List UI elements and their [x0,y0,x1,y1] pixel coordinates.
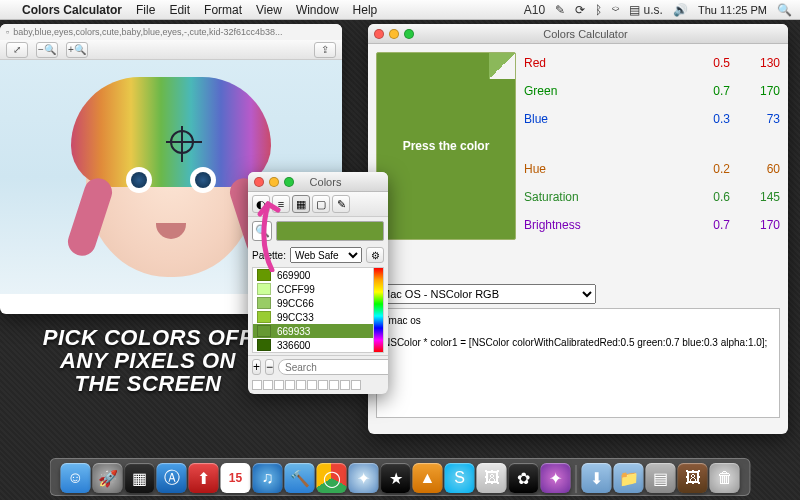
component-float: 0.2 [680,162,730,176]
doc-filename: baby,blue,eyes,colors,cute,baby,blue,eye… [13,27,282,37]
swatch-row[interactable]: 99CC66 [253,296,373,310]
dock-app-chrome[interactable]: ◯ [317,463,347,493]
dock-app-safari[interactable]: ✦ [349,463,379,493]
component-label: Saturation [524,190,680,204]
zoom-in-button[interactable]: +🔍 [66,42,88,58]
menu-window[interactable]: Window [296,3,339,17]
palette-gear-button[interactable]: ⚙ [366,247,384,263]
color-wells [248,378,388,394]
dock-app-calendar[interactable]: 15 [221,463,251,493]
dock-app-documents[interactable]: 📁 [614,463,644,493]
color-well[interactable] [296,380,306,390]
swatch-hex: 336600 [277,340,310,351]
tab-palettes[interactable]: ▦ [292,195,310,213]
current-color-swatch[interactable] [276,221,384,241]
dock-app-finder[interactable]: ☺ [61,463,91,493]
color-well[interactable] [252,380,262,390]
spotlight-icon[interactable]: 🔍 [777,3,792,17]
dock-app-downloads[interactable]: ⬇ [582,463,612,493]
share-button[interactable]: ⇪ [314,42,336,58]
tab-wheel[interactable]: ◐ [252,195,270,213]
app-menu[interactable]: Colors Calculator [22,3,122,17]
component-float: 0.3 [680,112,730,126]
component-float: 0.6 [680,190,730,204]
dock-app-stack-img[interactable]: 🖼 [678,463,708,493]
dock-app-xcode[interactable]: 🔨 [285,463,315,493]
zoom-out-button[interactable]: −🔍 [36,42,58,58]
menu-edit[interactable]: Edit [169,3,190,17]
close-button[interactable] [254,177,264,187]
color-well[interactable] [351,380,361,390]
swatch-hex: CCFF99 [277,284,315,295]
component-int: 145 [730,190,780,204]
code-format-select[interactable]: Mac OS - NSColor RGB [376,284,596,304]
swatch-row[interactable]: CCFF99 [253,282,373,296]
swatch-hex: 99CC66 [277,298,314,309]
component-int: 73 [730,112,780,126]
dock-app-vlc[interactable]: ▲ [413,463,443,493]
swatch-icon [257,339,271,351]
airport-menulet[interactable]: ⌔ [612,3,619,17]
bluetooth-menulet[interactable]: ᛒ [595,3,602,17]
remove-swatch-button[interactable]: − [265,359,274,375]
color-well[interactable] [318,380,328,390]
tab-image[interactable]: ▢ [312,195,330,213]
menu-help[interactable]: Help [353,3,378,17]
flag-menulet[interactable]: ▤ u.s. [629,3,663,17]
menu-format[interactable]: Format [204,3,242,17]
color-well[interactable] [307,380,317,390]
dock-app-pixelmator[interactable]: ✦ [541,463,571,493]
tab-sliders[interactable]: ≡ [272,195,290,213]
volume-menulet[interactable]: 🔊 [673,3,688,17]
swatch-row[interactable]: 99CC33 [253,310,373,324]
swatch-icon [257,297,271,309]
component-label: Green [524,84,680,98]
clock[interactable]: Thu 11:25 PM [698,4,767,16]
color-well[interactable] [285,380,295,390]
menu-view[interactable]: View [256,3,282,17]
dock-app-trash[interactable]: 🗑 [710,463,740,493]
dock-app-imovie[interactable]: ★ [381,463,411,493]
swatch-row[interactable]: 336600 [253,338,373,352]
add-swatch-button[interactable]: + [252,359,261,375]
code-output[interactable]: //mac os NSColor * color1 = [NSColor col… [376,308,780,418]
tab-crayons[interactable]: ✎ [332,195,350,213]
sync-menulet[interactable]: ⟳ [575,3,585,17]
close-button[interactable] [374,29,384,39]
color-pad-button[interactable]: Press the color [376,52,516,240]
palette-label: Palette: [252,250,286,261]
eyedropper-button[interactable]: 🔍 [252,221,272,241]
swatch-row[interactable]: 669900 [253,268,373,282]
zoom-fit-button[interactable]: ⤢ [6,42,28,58]
swatch-search-input[interactable] [278,359,388,375]
dock-app-transmit[interactable]: ⬆ [189,463,219,493]
colors-panel: Colors ◐ ≡ ▦ ▢ ✎ 🔍 Palette: Web Safe ⚙ 6… [248,172,388,394]
color-well[interactable] [329,380,339,390]
palette-select[interactable]: Web Safe [290,247,362,263]
color-well[interactable] [263,380,273,390]
dock-app-stack-1[interactable]: ▤ [646,463,676,493]
window-path-bar: ▫ baby,blue,eyes,colors,cute,baby,blue,e… [0,24,342,40]
swatch-icon [257,269,271,281]
dock-app-appstore[interactable]: Ⓐ [157,463,187,493]
component-int: 130 [730,56,780,70]
swatch-icon [257,325,271,337]
adobe-menulet[interactable]: A10 [524,3,545,17]
component-label: Brightness [524,218,680,232]
dock-app-skype[interactable]: S [445,463,475,493]
dock-app-launchpad[interactable]: 🚀 [93,463,123,493]
hue-bar[interactable] [373,268,383,352]
swatch-icon [257,311,271,323]
evernote-menulet[interactable]: ✎ [555,3,565,17]
dock-app-preview[interactable]: 🖼 [477,463,507,493]
dock: ☺🚀▦Ⓐ⬆15♫🔨◯✦★▲S🖼✿✦⬇📁▤🖼🗑 [50,458,751,496]
color-well[interactable] [340,380,350,390]
dock-app-iphoto[interactable]: ✿ [509,463,539,493]
dock-app-activity[interactable]: ▦ [125,463,155,493]
dock-app-itunes[interactable]: ♫ [253,463,283,493]
swatch-icon [257,283,271,295]
swatch-hex: 669900 [277,270,310,281]
color-well[interactable] [274,380,284,390]
menu-file[interactable]: File [136,3,155,17]
swatch-row[interactable]: 669933 [253,324,373,338]
